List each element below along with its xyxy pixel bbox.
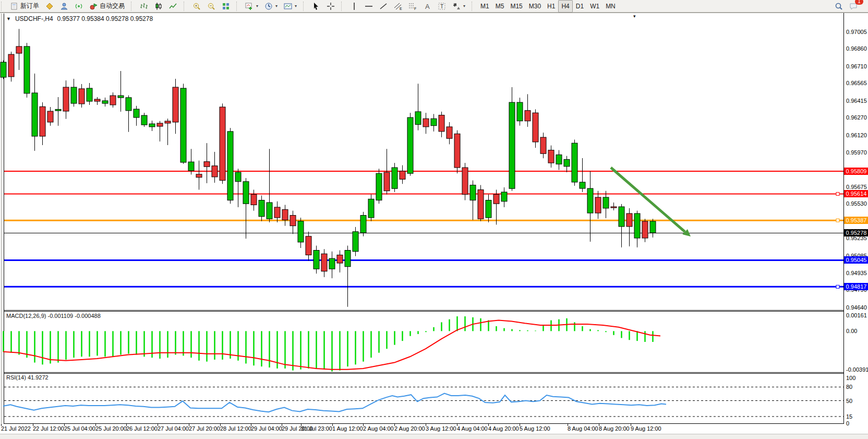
zoom-out-icon	[207, 2, 215, 10]
dropdown-arrow-icon: ▾	[275, 4, 278, 8]
toolbar: 新订单 自动交易	[0, 0, 868, 13]
symbols-icon	[45, 2, 54, 10]
crosshair-button[interactable]	[323, 0, 338, 13]
new-order-button[interactable]: 新订单	[7, 0, 42, 13]
notification-badge: 1	[855, 0, 863, 5]
price-level-badge: 0.95614	[844, 190, 868, 197]
label-button[interactable]: T	[435, 0, 449, 13]
price-tick-label: 0.96415	[846, 98, 868, 104]
price-level-badge: 0.95278	[844, 229, 868, 236]
price-tick-label: 0.96860	[846, 46, 868, 52]
dropdown-arrow-icon: ▾	[463, 4, 465, 8]
symbols-button[interactable]	[42, 0, 57, 13]
search-button[interactable]	[831, 0, 846, 13]
line-chart-icon	[169, 2, 177, 10]
toolbar-separator	[1, 2, 5, 11]
trendline-icon	[379, 2, 388, 10]
new-chart-icon	[245, 2, 254, 10]
zoom-out-button[interactable]	[204, 0, 219, 13]
toolbar-separator	[472, 2, 476, 11]
scroll-to-end-icon[interactable]: ▾	[633, 14, 636, 19]
horizontal-line-icon	[365, 2, 373, 10]
arrows-button[interactable]: ▾	[449, 0, 468, 13]
chart-menu-icon[interactable]: ▼	[6, 16, 11, 21]
cursor-button[interactable]	[309, 0, 323, 13]
crosshair-icon	[327, 2, 335, 10]
fibonacci-button[interactable]: F	[405, 0, 420, 13]
time-axis-label: 27 Jul 20:00	[189, 425, 220, 432]
notifications-button[interactable]: 1	[846, 0, 861, 13]
rsi-tick-label: 15	[846, 414, 868, 420]
dropdown-arrow-icon: ▾	[256, 4, 258, 8]
rsi-indicator-label: RSI(14) 41.9272	[6, 374, 49, 381]
bar-chart-button[interactable]	[137, 0, 151, 13]
price-tick-label: 0.94935	[846, 270, 868, 276]
timeframe-d1-button[interactable]: D1	[573, 0, 587, 13]
horizontal-line-button[interactable]	[361, 0, 376, 13]
price-tick-label: 0.96565	[846, 80, 868, 86]
svg-text:T: T	[440, 4, 443, 9]
profiles-clock-icon	[264, 2, 273, 10]
zoom-in-button[interactable]	[189, 0, 204, 13]
time-axis-label: 21 Jul 2022	[1, 425, 31, 432]
time-axis-label: 27 Jul 04:00	[158, 425, 189, 432]
timeframe-h1-button[interactable]: H1	[544, 0, 558, 13]
price-tick-label: 0.97005	[846, 29, 868, 35]
time-axis-label: 8 Aug 04:00	[568, 425, 598, 432]
timeframe-m30-button[interactable]: M30	[526, 0, 544, 13]
candlestick-chart-button[interactable]	[151, 0, 166, 13]
text-button[interactable]: A	[420, 0, 435, 13]
timeframe-mn-button[interactable]: MN	[602, 0, 619, 13]
macd-tick-label: -0.00391	[846, 367, 868, 373]
timeframe-w1-button[interactable]: W1	[587, 0, 602, 13]
time-axis-label: 25 Jul 04:00	[64, 425, 95, 432]
timeframe-m5-button[interactable]: M5	[492, 0, 508, 13]
timeframe-m15-button[interactable]: M15	[507, 0, 525, 13]
price-level-badge: 0.95045	[844, 256, 868, 264]
svg-text:F: F	[414, 7, 416, 10]
time-axis-label: 26 Jul 12:00	[126, 425, 158, 432]
time-axis-label: 31 Jul 23:00	[301, 425, 332, 432]
candlestick-chart-icon	[154, 2, 163, 10]
time-axis-label: 8 Aug 20:00	[599, 425, 630, 432]
price-tick-label: 0.96710	[846, 64, 868, 69]
price-level-badge: 0.94817	[844, 283, 868, 290]
new-chart-button[interactable]: ▾	[242, 0, 261, 13]
time-axis-label: 25 Jul 20:00	[95, 425, 127, 432]
toolbar-separator	[236, 2, 240, 11]
arrows-icon	[452, 2, 461, 10]
zoom-in-icon	[192, 2, 201, 10]
templates-icon	[284, 2, 292, 10]
tile-windows-button[interactable]	[219, 0, 233, 13]
symbol-period-label: USDCHF-,H4	[15, 15, 53, 22]
auto-trading-button[interactable]: 自动交易	[86, 0, 128, 13]
channel-button[interactable]: E	[391, 0, 405, 13]
profile-button[interactable]	[57, 0, 71, 13]
time-axis-label: 4 Aug 20:00	[488, 425, 519, 432]
rsi-tick-label: 100	[846, 375, 868, 381]
bar-chart-icon	[140, 2, 148, 10]
cursor-icon	[312, 2, 320, 10]
templates-button[interactable]: ▾	[281, 0, 300, 13]
auto-trading-icon	[89, 2, 98, 10]
new-order-icon	[10, 2, 18, 10]
rsi-tick-label: 80	[846, 384, 868, 390]
signals-button[interactable]	[71, 0, 86, 13]
time-axis-label: 2 Aug 04:00	[363, 425, 394, 432]
timeframe-h4-button[interactable]: H4	[558, 0, 572, 13]
toolbar-separator	[303, 2, 307, 11]
time-axis-label: 28 Jul 12:00	[220, 425, 251, 432]
vertical-line-button[interactable]	[347, 0, 361, 13]
price-tick-label: 0.94640	[846, 305, 868, 311]
label-icon: T	[438, 2, 446, 10]
timeframe-m1-button[interactable]: M1	[477, 0, 492, 13]
time-axis-label: 2 Aug 20:00	[394, 425, 425, 432]
line-chart-button[interactable]	[166, 0, 180, 13]
new-order-label: 新订单	[20, 2, 39, 10]
time-axis-label: 4 Aug 04:00	[457, 425, 488, 432]
mt4-window: 新订单 自动交易	[0, 0, 868, 439]
profiles-button[interactable]: ▾	[261, 0, 281, 13]
chart-canvas[interactable]	[0, 13, 868, 434]
trendline-button[interactable]	[376, 0, 391, 13]
time-axis-label: 3 Aug 12:00	[426, 425, 456, 432]
